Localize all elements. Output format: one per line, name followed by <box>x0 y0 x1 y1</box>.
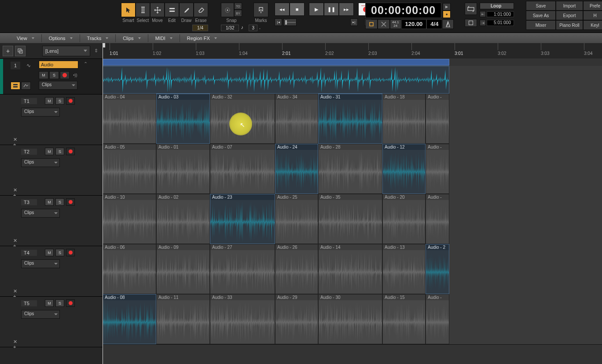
saveas-button[interactable]: Save As <box>526 11 556 20</box>
triplet-icon[interactable]: ♪ <box>241 25 247 31</box>
track-name-input[interactable] <box>39 61 78 69</box>
audio-clip[interactable]: Audio - 26 <box>275 244 318 294</box>
save-button[interactable]: Save <box>526 1 556 11</box>
master-clip[interactable] <box>103 66 449 94</box>
time-mode-1[interactable]: ▶ <box>443 3 451 11</box>
export-button[interactable]: Export <box>556 11 583 20</box>
audio-clip[interactable]: Audio - 29 <box>275 294 318 344</box>
take-track-2[interactable]: T2MS Clips ✕ + <box>0 145 103 196</box>
audio-engine-button[interactable] <box>365 19 378 29</box>
punch-button[interactable] <box>465 19 477 27</box>
take-rec[interactable] <box>66 97 75 105</box>
scrub-slider[interactable] <box>283 18 297 26</box>
take-solo[interactable]: S <box>55 198 64 206</box>
take-mute[interactable]: M <box>45 148 54 155</box>
sort-icon[interactable]: ⇕ <box>92 48 100 54</box>
audio-clip[interactable]: Audio - 28 <box>318 144 382 194</box>
audio-clip[interactable]: Audio - 01 <box>156 144 210 194</box>
draw-tool-button[interactable] <box>179 3 194 17</box>
audio-clip[interactable]: Audio - 34 <box>275 94 318 144</box>
pause-button[interactable]: ❚❚ <box>324 3 339 16</box>
take-mute[interactable]: M <box>45 299 54 307</box>
audio-clip[interactable]: Audio - 25 <box>275 194 318 244</box>
mixer-button[interactable]: Mixer <box>526 20 556 30</box>
audio-clip[interactable]: Audio - 04 <box>103 94 156 144</box>
view-menu[interactable]: View <box>11 33 40 43</box>
loop-in-value[interactable]: 1:01:000 <box>487 11 514 17</box>
loop-toggle-button[interactable] <box>465 3 477 15</box>
take-mute[interactable]: M <box>45 249 54 256</box>
audio-clip[interactable]: Audio - 31 <box>318 94 382 144</box>
duplicate-track-button[interactable] <box>15 46 26 56</box>
audio-clip[interactable]: Audio - 2 <box>426 244 449 294</box>
stop-button[interactable]: ■ <box>290 3 305 16</box>
snap-by-button[interactable]: BY <box>234 10 242 17</box>
metronome-button[interactable] <box>442 19 454 29</box>
take-rec[interactable] <box>66 198 75 206</box>
take-solo[interactable]: S <box>55 148 64 155</box>
take-remove[interactable]: ✕ <box>13 288 17 294</box>
take-mute[interactable]: M <box>45 198 54 206</box>
take-rec[interactable] <box>66 299 75 307</box>
take-remove[interactable]: ✕ <box>13 187 17 193</box>
audio-clip[interactable]: Audio - 03 <box>156 94 210 144</box>
audio-clip[interactable]: Audio - 08 <box>103 294 156 344</box>
snap-button[interactable] <box>221 3 234 17</box>
master-audio-track[interactable]: 1 ∿ ⌃ M S •)) Clips <box>0 59 103 95</box>
take-track-3[interactable]: T3MS Clips ✕ + <box>0 196 103 246</box>
take-track-5[interactable]: T5MS Clips ✕ + <box>0 297 103 347</box>
erase-tool-button[interactable] <box>194 3 208 17</box>
import-button[interactable]: Import <box>556 1 583 11</box>
take-lane-5[interactable]: Audio - 08Audio - 11Audio - 33Audio - 29… <box>103 294 602 345</box>
audio-clip[interactable]: Audio - 24 <box>275 144 318 194</box>
audio-clip[interactable]: Audio - 05 <box>103 144 156 194</box>
audio-clip[interactable]: Audio - 06 <box>103 244 156 294</box>
marks-button[interactable] <box>253 3 268 17</box>
time-mode-2[interactable]: ● <box>443 11 451 18</box>
goto-end-button[interactable]: ▸| <box>350 18 358 26</box>
region-strip[interactable] <box>103 58 602 66</box>
preferences-button[interactable]: Prefe <box>583 1 602 11</box>
mute-button[interactable]: M <box>39 71 48 79</box>
take-clips-select[interactable]: Clips <box>21 310 60 319</box>
input-echo-icon[interactable]: •)) <box>70 71 80 79</box>
quantize-value[interactable]: 1/4 <box>192 25 208 31</box>
audio-clip[interactable]: Audio - 33 <box>210 294 275 344</box>
take-solo[interactable]: S <box>55 299 64 307</box>
audio-clip[interactable]: Audio - 27 <box>210 244 275 294</box>
master-lane[interactable] <box>103 66 602 94</box>
audio-clip[interactable]: Audio - 07 <box>210 144 275 194</box>
loop-out-set[interactable]: ⇥ <box>480 20 486 26</box>
take-lane-3[interactable]: Audio - 10Audio - 02Audio - 23Audio - 25… <box>103 194 602 244</box>
audio-clip[interactable]: Audio - <box>426 144 449 194</box>
clips-menu[interactable]: Clips <box>117 33 147 43</box>
rtz-button[interactable]: |◂ <box>275 18 282 26</box>
edit-tool-button[interactable] <box>165 3 179 17</box>
audio-clip[interactable]: Audio - 02 <box>156 194 210 244</box>
take-remove[interactable]: ✕ <box>13 238 17 243</box>
midi-menu[interactable]: MIDI <box>149 33 179 43</box>
audio-clip[interactable]: Audio - 13 <box>382 244 426 294</box>
audio-clip[interactable]: Audio - 20 <box>382 194 426 244</box>
rewind-button[interactable]: ◂◂ <box>275 3 290 16</box>
track-clips-select[interactable]: Clips <box>39 81 77 90</box>
track-view-icon[interactable] <box>11 82 20 90</box>
take-clips-select[interactable]: Clips <box>21 259 60 268</box>
snap-resolution[interactable]: 1/32 <box>221 25 239 31</box>
audio-clip[interactable]: Audio - 35 <box>318 194 382 244</box>
timeline-ruler[interactable]: 1:011:021:031:042:012:022:032:043:013:02… <box>103 43 602 59</box>
audio-clip[interactable]: Audio - 32 <box>210 94 275 144</box>
keyboard-button[interactable]: Keyl <box>583 20 602 30</box>
audio-clip[interactable]: Audio - 15 <box>382 294 426 344</box>
options-menu[interactable]: Options <box>43 33 79 43</box>
ffwd-button[interactable]: ▸▸ <box>339 3 354 16</box>
take-track-1[interactable]: T1MS Clips ✕ + <box>0 95 103 145</box>
take-lane-4[interactable]: Audio - 06Audio - 09Audio - 27Audio - 26… <box>103 244 602 295</box>
arrangement-view[interactable]: 1:011:021:031:042:012:022:032:043:013:02… <box>103 43 602 364</box>
audio-clip[interactable]: Audio - 10 <box>103 194 156 244</box>
tracks-menu[interactable]: Tracks <box>81 33 115 43</box>
take-solo[interactable]: S <box>55 97 64 105</box>
play-button[interactable]: ▶ <box>309 3 324 16</box>
audio-clip[interactable]: Audio - 23 <box>210 194 275 244</box>
solo-button[interactable]: S <box>49 71 59 79</box>
